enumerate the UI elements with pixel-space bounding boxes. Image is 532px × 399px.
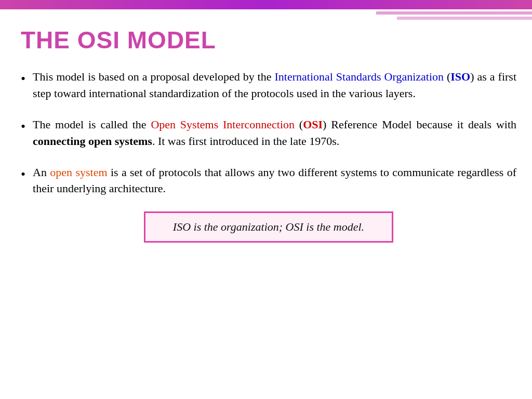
iso-organization-text: International Standards Organization (274, 70, 444, 83)
open-system-text: open system (50, 166, 107, 179)
osi-full-name: Open Systems Interconnection (151, 118, 295, 131)
osi-acronym: OSI (303, 118, 323, 131)
bullet-text-3: An open system is a set of protocols tha… (33, 164, 516, 197)
iso-acronym: ISO (450, 70, 470, 83)
bullet-list: • This model is based on a proposal deve… (21, 69, 516, 197)
bullet-item-3: • An open system is a set of protocols t… (21, 164, 516, 197)
main-content: THE OSI MODEL • This model is based on a… (21, 26, 516, 389)
bullet-dot-3: • (21, 165, 25, 184)
callout-text: ISO is the organization; OSI is the mode… (173, 220, 364, 233)
bullet-text-2: The model is called the Open Systems Int… (33, 116, 516, 150)
connecting-bold: connecting open systems (33, 135, 152, 148)
callout-box: ISO is the organization; OSI is the mode… (144, 211, 393, 243)
bullet-item-1: • This model is based on a proposal deve… (21, 69, 516, 102)
bullet-item-2: • The model is called the Open Systems I… (21, 116, 516, 150)
page-title: THE OSI MODEL (21, 26, 516, 54)
top-decorative-bar (0, 0, 532, 9)
bullet-dot-2: • (21, 117, 25, 137)
bullet-text-1: This model is based on a proposal develo… (33, 69, 516, 102)
top-right-decoration (366, 9, 532, 24)
bullet-dot-1: • (21, 69, 25, 89)
